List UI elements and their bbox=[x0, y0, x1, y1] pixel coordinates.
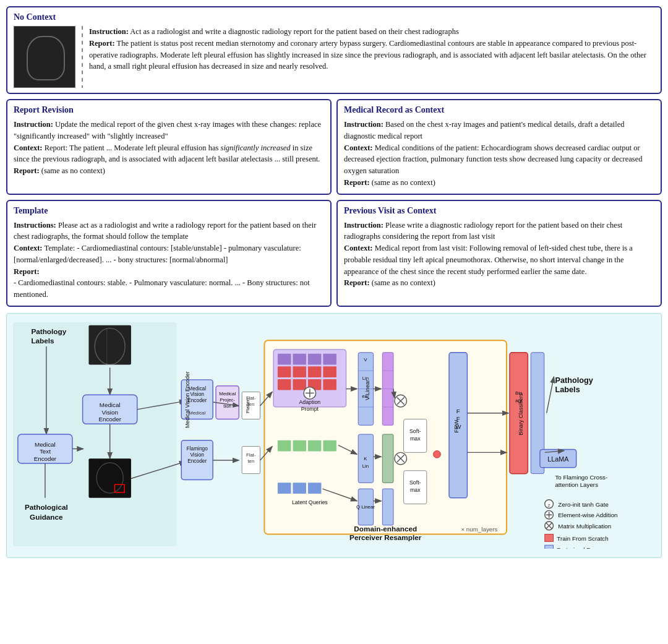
svg-text:Encoder: Encoder bbox=[34, 455, 57, 462]
rr-report-label: Report: bbox=[14, 166, 40, 175]
svg-rect-56 bbox=[293, 366, 306, 377]
svg-text:LLaMA: LLaMA bbox=[547, 455, 569, 463]
svg-text:max: max bbox=[410, 436, 421, 442]
svg-text:Pathology: Pathology bbox=[31, 327, 66, 335]
instruction-label: Instruction: bbox=[89, 27, 129, 36]
mr-instruction-label: Instruction: bbox=[344, 120, 383, 129]
svg-rect-51 bbox=[278, 354, 291, 365]
report-label: Report: bbox=[89, 39, 115, 48]
rr-context-label: Context: bbox=[14, 144, 43, 152]
svg-text:Medical: Medical bbox=[35, 440, 56, 447]
svg-text:Labels: Labels bbox=[555, 385, 580, 394]
svg-text:Pathology: Pathology bbox=[555, 376, 593, 385]
svg-rect-74 bbox=[308, 483, 322, 494]
svg-text:Bin: Bin bbox=[515, 390, 522, 396]
svg-text:Soft-: Soft- bbox=[409, 428, 421, 434]
svg-text:ten: ten bbox=[247, 401, 254, 407]
svg-rect-58 bbox=[323, 366, 336, 377]
report-text: The patient is status post recent median… bbox=[89, 39, 646, 71]
svg-text:Vision: Vision bbox=[190, 452, 204, 458]
report-revision-card: Report Revision Instruction: Update the … bbox=[6, 99, 332, 195]
svg-text:Medical: Medical bbox=[219, 391, 236, 397]
svg-text:Zero-init tanh Gate: Zero-init tanh Gate bbox=[558, 500, 609, 507]
svg-text:max: max bbox=[410, 487, 421, 493]
svg-text:Matrix Multiplication: Matrix Multiplication bbox=[558, 523, 611, 530]
pv-context-label: Context: bbox=[344, 244, 373, 252]
svg-text:Vision: Vision bbox=[101, 408, 118, 415]
mr-context-text: Medical conditions of the patient: Echoc… bbox=[344, 144, 642, 176]
previous-visit-card: Previous Visit as Context Instruction: P… bbox=[336, 200, 662, 307]
template-body: Instructions: Please act as a radiologis… bbox=[14, 220, 324, 301]
svg-rect-60 bbox=[293, 379, 306, 390]
report-revision-body: Instruction: Update the medical report o… bbox=[14, 119, 324, 177]
svg-text:× num_layers: × num_layers bbox=[461, 525, 497, 532]
rr-context-pre: Report: The patient ... Moderate left pl… bbox=[45, 144, 221, 152]
divider bbox=[82, 26, 83, 88]
svg-rect-52 bbox=[293, 354, 306, 365]
svg-text:Perceiver Resampler: Perceiver Resampler bbox=[349, 533, 422, 541]
svg-text:F: F bbox=[456, 415, 460, 422]
svg-text:Medical: Medical bbox=[189, 410, 205, 415]
report-revision-title: Report Revision bbox=[14, 105, 324, 115]
svg-text:Guidance: Guidance bbox=[30, 513, 63, 521]
svg-text:Element-wise Addition: Element-wise Addition bbox=[558, 512, 617, 518]
pv-instruction-text: Please write a diagnostic radiology repo… bbox=[344, 221, 622, 241]
t-context-label: Context: bbox=[14, 244, 43, 252]
rr-context-italic: significantly increased bbox=[221, 144, 291, 152]
architecture-diagram: Pathology Labels Medical Text Encoder Me… bbox=[13, 320, 655, 549]
svg-text:Encoder: Encoder bbox=[98, 416, 121, 423]
svg-text:K: K bbox=[364, 456, 367, 462]
svg-text:Encoder: Encoder bbox=[187, 397, 207, 403]
svg-text:Flat-: Flat- bbox=[246, 452, 256, 458]
medical-record-title: Medical Record as Context bbox=[344, 105, 654, 115]
svg-text:Text: Text bbox=[40, 448, 51, 455]
mr-report-text: (same as no context) bbox=[372, 178, 435, 187]
medical-record-card: Medical Record as Context Instruction: B… bbox=[336, 99, 662, 195]
svg-rect-62 bbox=[323, 379, 336, 390]
svg-rect-69 bbox=[293, 440, 306, 452]
mr-report-label: Report: bbox=[344, 178, 370, 187]
svg-text:Latent Queries: Latent Queries bbox=[292, 499, 328, 505]
mr-context-label: Context: bbox=[344, 144, 373, 152]
medical-record-body: Instruction: Based on the chest x-ray im… bbox=[344, 119, 654, 189]
xray-image-no-context bbox=[14, 26, 75, 88]
rr-instruction-label: Instruction: bbox=[14, 120, 53, 129]
t-report-label: Report: bbox=[14, 267, 40, 276]
svg-rect-55 bbox=[278, 366, 291, 377]
pv-report-text: (same as no context) bbox=[372, 278, 435, 287]
svg-rect-70 bbox=[308, 440, 322, 452]
svg-text:To Flamingo Cross-: To Flamingo Cross- bbox=[555, 474, 607, 481]
svg-rect-71 bbox=[323, 440, 336, 452]
svg-rect-143 bbox=[545, 545, 554, 549]
svg-text:W: W bbox=[455, 423, 461, 430]
t-report-text: - Cardiomediastinal contours: stable. - … bbox=[14, 278, 310, 299]
svg-text:ten: ten bbox=[247, 458, 254, 464]
svg-text:Prompt: Prompt bbox=[301, 406, 319, 412]
t-instructions-label: Instructions: bbox=[14, 221, 56, 230]
svg-text:Vision: Vision bbox=[190, 391, 204, 397]
svg-text:F: F bbox=[456, 407, 460, 414]
svg-text:Medical: Medical bbox=[100, 401, 121, 408]
svg-rect-93 bbox=[382, 434, 393, 483]
svg-text:Soft-: Soft- bbox=[409, 479, 421, 486]
template-title: Template bbox=[14, 206, 324, 216]
svg-text:Train From Scratch: Train From Scratch bbox=[557, 535, 608, 542]
svg-text:attention Layers: attention Layers bbox=[555, 481, 598, 488]
two-col-row-2: Template Instructions: Please act as a r… bbox=[6, 200, 662, 307]
template-card: Template Instructions: Please act as a r… bbox=[6, 200, 332, 307]
svg-rect-57 bbox=[308, 366, 322, 377]
no-context-body: Instruction: Act as a radiologist and wr… bbox=[89, 26, 654, 72]
rr-report-text: (same as no context) bbox=[41, 166, 105, 175]
svg-line-155 bbox=[547, 377, 554, 413]
svg-text:z: z bbox=[548, 502, 550, 507]
previous-visit-body: Instruction: Please write a diagnostic r… bbox=[344, 220, 654, 290]
svg-text:Flat-: Flat- bbox=[246, 395, 256, 401]
t-context-text: Template: - Cardiomediastinal contours: … bbox=[14, 244, 301, 264]
t-instructions-text: Please act as a radiologist and write a … bbox=[14, 221, 316, 241]
instruction-text: Act as a radiologist and write a diagnos… bbox=[130, 27, 458, 36]
svg-text:Flamingo: Flamingo bbox=[187, 445, 208, 452]
svg-rect-141 bbox=[545, 534, 554, 541]
previous-visit-title: Previous Visit as Context bbox=[344, 206, 654, 216]
two-col-row: Report Revision Instruction: Update the … bbox=[6, 99, 662, 195]
svg-rect-68 bbox=[278, 440, 291, 452]
